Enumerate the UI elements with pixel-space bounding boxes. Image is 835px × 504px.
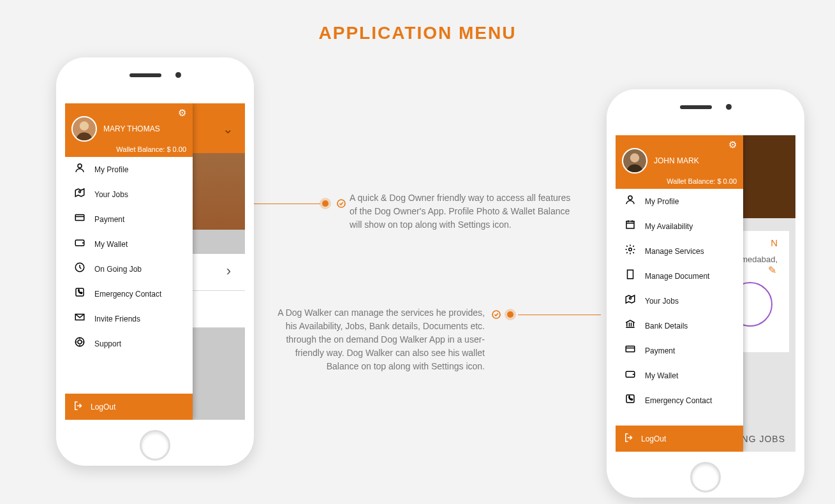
map-pin-icon bbox=[623, 293, 637, 308]
document-icon bbox=[623, 269, 637, 283]
svg-rect-6 bbox=[75, 215, 84, 221]
home-button[interactable] bbox=[140, 430, 170, 461]
phone-screen: N medabad, ✎ NG JOBS ⚙ JOHN MARK Wallet … bbox=[616, 135, 795, 452]
menu-your-jobs[interactable]: Your Jobs bbox=[65, 182, 193, 207]
logout-icon bbox=[73, 400, 84, 413]
svg-point-5 bbox=[79, 191, 81, 193]
svg-point-19 bbox=[630, 297, 632, 299]
svg-point-15 bbox=[628, 196, 632, 200]
logout-label: LogOut bbox=[91, 403, 115, 411]
pencil-icon: ✎ bbox=[768, 264, 776, 276]
logout-button[interactable]: LogOut bbox=[65, 394, 193, 420]
phone-mockup-walker: N medabad, ✎ NG JOBS ⚙ JOHN MARK Wallet … bbox=[607, 89, 804, 498]
clock-icon bbox=[73, 262, 87, 276]
drawer-header: ⚙ JOHN MARK Wallet Balance: $ 0.00 bbox=[616, 135, 743, 189]
avatar[interactable] bbox=[622, 148, 647, 174]
annotation-dot bbox=[322, 200, 329, 207]
menu-label: Manage Services bbox=[645, 247, 704, 256]
menu-label: Your Jobs bbox=[645, 297, 679, 306]
support-icon bbox=[73, 336, 87, 351]
phone-speaker bbox=[680, 105, 712, 109]
menu-label: On Going Job bbox=[94, 265, 142, 274]
menu-label: Payment bbox=[645, 346, 675, 355]
user-icon bbox=[73, 162, 87, 177]
menu-label: Emergency Contact bbox=[94, 290, 161, 299]
menu-label: My Profile bbox=[94, 165, 128, 174]
phone-camera bbox=[726, 104, 732, 110]
menu-label: My Availability bbox=[645, 222, 693, 231]
menu-my-wallet[interactable]: My Wallet bbox=[65, 232, 193, 256]
calendar-icon bbox=[623, 219, 637, 233]
user-name: MARY THOMAS bbox=[103, 124, 160, 133]
menu-payment[interactable]: Payment bbox=[616, 338, 743, 363]
wallet-icon bbox=[73, 237, 87, 251]
phone-screen: ⌄ › ⚙ MARY THOMAS Wallet Balance: $ 0.00… bbox=[65, 103, 245, 420]
menu-label: Support bbox=[94, 339, 121, 348]
mail-icon bbox=[73, 311, 87, 326]
drawer-header: ⚙ MARY THOMAS Wallet Balance: $ 0.00 bbox=[65, 103, 193, 157]
card-icon bbox=[73, 212, 87, 226]
menu-payment[interactable]: Payment bbox=[65, 207, 193, 232]
phone-camera bbox=[175, 72, 181, 78]
svg-point-3 bbox=[80, 121, 89, 130]
menu-label: Bank Details bbox=[645, 322, 688, 330]
menu-manage-document[interactable]: Manage Document bbox=[616, 263, 743, 288]
card-icon bbox=[623, 343, 637, 358]
menu-label: Payment bbox=[94, 215, 124, 224]
svg-rect-20 bbox=[626, 346, 635, 352]
user-icon bbox=[623, 194, 637, 209]
menu-label: Your Jobs bbox=[94, 190, 128, 199]
check-icon bbox=[491, 309, 501, 320]
chevron-down-icon: ⌄ bbox=[223, 121, 233, 137]
chevron-right-icon: › bbox=[226, 263, 231, 279]
wallet-icon bbox=[623, 368, 637, 383]
settings-icon[interactable]: ⚙ bbox=[178, 107, 186, 119]
map-pin-icon bbox=[73, 187, 87, 202]
logout-label: LogOut bbox=[641, 434, 666, 443]
user-name: JOHN MARK bbox=[654, 156, 699, 165]
home-button[interactable] bbox=[690, 462, 721, 493]
svg-point-11 bbox=[78, 340, 82, 344]
menu-drawer: ⚙ MARY THOMAS Wallet Balance: $ 0.00 My … bbox=[65, 103, 193, 420]
menu-your-jobs[interactable]: Your Jobs bbox=[616, 288, 743, 313]
svg-point-14 bbox=[630, 153, 639, 162]
menu-emergency-contact[interactable]: Emergency Contact bbox=[65, 281, 193, 306]
menu-ongoing-job[interactable]: On Going Job bbox=[65, 256, 193, 281]
avatar[interactable] bbox=[71, 116, 97, 142]
svg-point-17 bbox=[629, 248, 632, 251]
svg-rect-16 bbox=[626, 221, 634, 228]
menu-my-profile[interactable]: My Profile bbox=[65, 157, 193, 182]
menu-label: My Wallet bbox=[645, 371, 678, 380]
menu-my-availability[interactable]: My Availability bbox=[616, 214, 743, 239]
menu-invite-friends[interactable]: Invite Friends bbox=[65, 306, 193, 331]
annotation-line bbox=[518, 315, 601, 315]
menu-drawer: ⚙ JOHN MARK Wallet Balance: $ 0.00 My Pr… bbox=[616, 135, 743, 452]
menu-label: Invite Friends bbox=[94, 315, 140, 323]
wallet-balance: Wallet Balance: $ 0.00 bbox=[622, 177, 737, 185]
annotation-dot bbox=[507, 311, 514, 318]
annotation-text-walker: A Dog Walker can manage the services he … bbox=[268, 306, 485, 373]
phone-speaker bbox=[129, 73, 161, 77]
menu-label: My Wallet bbox=[94, 240, 128, 249]
settings-icon[interactable]: ⚙ bbox=[728, 139, 737, 151]
svg-point-4 bbox=[78, 164, 82, 168]
menu-my-wallet[interactable]: My Wallet bbox=[616, 363, 743, 388]
menu-manage-services[interactable]: Manage Services bbox=[616, 239, 743, 263]
logout-button[interactable]: LogOut bbox=[616, 426, 743, 452]
wallet-balance: Wallet Balance: $ 0.00 bbox=[71, 145, 186, 153]
menu-support[interactable]: Support bbox=[65, 331, 193, 356]
menu-bank-details[interactable]: Bank Details bbox=[616, 313, 743, 338]
menu-label: Manage Document bbox=[645, 272, 709, 281]
bank-icon bbox=[623, 318, 637, 333]
menu-my-profile[interactable]: My Profile bbox=[616, 189, 743, 214]
menu-label: Emergency Contact bbox=[645, 396, 712, 405]
menu-emergency-contact[interactable]: Emergency Contact bbox=[616, 388, 743, 413]
phone-mockup-owner: ⌄ › ⚙ MARY THOMAS Wallet Balance: $ 0.00… bbox=[56, 57, 254, 466]
menu-label: My Profile bbox=[645, 197, 679, 206]
logout-icon bbox=[623, 432, 635, 445]
gear-icon bbox=[623, 244, 637, 258]
svg-rect-18 bbox=[628, 270, 633, 279]
annotation-text-owner: A quick & Dog Owner friendly way to acce… bbox=[350, 191, 577, 232]
check-icon bbox=[336, 198, 346, 209]
phone-icon bbox=[623, 393, 637, 408]
